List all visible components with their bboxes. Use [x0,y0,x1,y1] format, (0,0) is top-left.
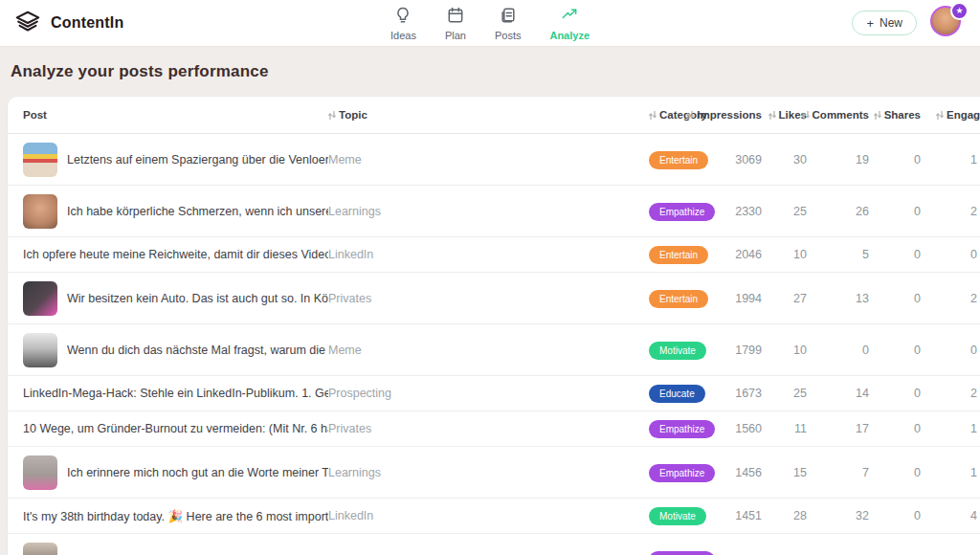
impressions-cell: 1673 [704,387,762,400]
sort-icon [936,110,944,121]
post-thumbnail [23,543,57,555]
topic-cell: Meme [328,344,639,357]
comments-cell: 19 [807,153,869,166]
post-cell: Wie sprichst du mit einem LinkedIn-Profi… [23,543,328,555]
table-row[interactable]: LinkedIn-Mega-Hack: Stehle ein LinkedIn-… [8,375,980,411]
shares-cell: 0 [869,509,921,522]
category-cell: Motivate [639,341,704,360]
column-header-category[interactable]: Category [639,109,704,121]
comments-cell: 32 [807,509,869,522]
nav-item-posts[interactable]: Posts [495,6,522,41]
column-header-comments[interactable]: Comments [807,109,869,121]
comments-cell: 13 [807,292,869,305]
new-button-label: New [880,16,902,30]
post-thumbnail [23,194,57,229]
column-header-post: Post [23,109,328,121]
impressions-cell: 1560 [704,422,762,435]
impressions-cell: 1994 [704,292,762,305]
post-cell: 10 Wege, um Gründer-Burnout zu vermeiden… [23,422,328,435]
new-button[interactable]: + New [852,11,917,35]
shares-cell: 0 [869,344,921,357]
likes-cell: 10 [762,344,807,357]
impressions-cell: 1799 [704,344,762,357]
nav-item-analyze[interactable]: Analyze [549,6,590,41]
table-row[interactable]: Wie sprichst du mit einem LinkedIn-Profi… [8,533,980,555]
post-text: Ich habe körperliche Schmerzen, wenn ich… [67,205,328,218]
topic-cell: LinkedIn [328,248,639,261]
category-badge: Entertain [649,151,708,169]
impressions-cell: 3069 [704,153,762,166]
likes-cell: 25 [762,205,807,218]
category-cell: Empathize [639,419,704,438]
category-cell: Entertain [639,245,704,264]
table-row[interactable]: Ich opfere heute meine Reichweite, damit… [8,236,980,272]
sort-icon [686,110,694,121]
engagement-cell: 1 [921,466,980,479]
category-cell: Motivate [639,506,704,525]
post-text: Ich erinnere mich noch gut an die Worte … [67,466,328,479]
shares-cell: 0 [869,248,921,261]
calendar-icon [446,6,465,29]
column-label: Comments [813,109,869,121]
likes-cell: 30 [762,153,807,166]
post-cell: Wenn du dich das nächste Mal fragst, war… [23,333,328,367]
comments-cell: 26 [807,205,869,218]
engagement-cell: 0 [921,248,980,261]
engagement-cell: 0 [921,344,980,357]
engagement-cell: 1 [921,153,980,166]
shares-cell: 0 [869,387,921,400]
engagement-cell: 4 [921,509,980,522]
post-text: Wir besitzen kein Auto. Das ist auch gut… [67,292,328,305]
shares-cell: 0 [869,292,921,305]
table-row[interactable]: 10 Wege, um Gründer-Burnout zu vermeiden… [8,411,980,446]
star-icon: ★ [955,7,963,15]
post-cell: LinkedIn-Mega-Hack: Stehle ein LinkedIn-… [23,387,328,400]
topic-cell: Privates [328,292,639,305]
topbar-right: + New ★ [852,6,980,40]
likes-cell: 28 [762,509,807,522]
column-header-impressions[interactable]: Impressions [704,109,762,121]
post-cell: Wir besitzen kein Auto. Das ist auch gut… [23,281,328,316]
likes-cell: 27 [762,292,807,305]
impressions-cell: 1456 [704,466,762,479]
page-title: Analyze your posts performance [0,62,269,81]
post-cell: Ich erinnere mich noch gut an die Worte … [23,455,328,490]
engagement-cell: 2 [921,387,980,400]
brand-logo[interactable]: ContentIn [0,9,123,37]
category-cell: Entertain [639,289,704,308]
engagement-cell: 2 [921,205,980,218]
table-row[interactable]: Ich erinnere mich noch gut an die Worte … [8,446,980,498]
nav-label: Posts [495,30,522,41]
likes-cell: 10 [762,248,807,261]
user-avatar[interactable]: ★ [930,6,965,40]
column-header-engagement[interactable]: Engagement [921,109,980,121]
impressions-cell: 2046 [704,248,762,261]
table-row[interactable]: Wenn du dich das nächste Mal fragst, war… [8,323,980,375]
impressions-cell: 1451 [704,509,762,522]
table-row[interactable]: It's my 38th birthday today. 🎉 Here are … [8,498,980,533]
trend-up-icon [560,6,579,29]
table-row[interactable]: Wir besitzen kein Auto. Das ist auch gut… [8,272,980,323]
column-header-likes[interactable]: Likes [762,109,807,121]
nav-item-plan[interactable]: Plan [445,6,466,41]
engagement-cell: 1 [921,422,980,435]
shares-cell: 0 [869,466,921,479]
topic-cell: Prospecting [328,387,639,400]
comments-cell: 5 [807,248,869,261]
category-cell: Entertain [639,150,704,169]
topic-cell: Learnings [328,205,639,218]
category-cell: Empathize [639,202,704,221]
likes-cell: 25 [762,387,807,400]
column-header-topic[interactable]: Topic [328,109,639,121]
shares-cell: 0 [869,422,921,435]
column-header-shares[interactable]: Shares [869,109,921,121]
nav-item-ideas[interactable]: Ideas [390,6,416,41]
table-header-row: PostTopicCategoryImpressionsLikesComment… [8,97,980,134]
shares-cell: 0 [869,153,921,166]
table-row[interactable]: Letztens auf einem Spaziergang über die … [8,134,980,185]
category-badge: Entertain [649,246,708,264]
category-badge: Motivate [649,342,706,360]
posts-icon [499,6,518,29]
table-row[interactable]: Ich habe körperliche Schmerzen, wenn ich… [8,185,980,236]
column-label: Topic [339,109,368,121]
